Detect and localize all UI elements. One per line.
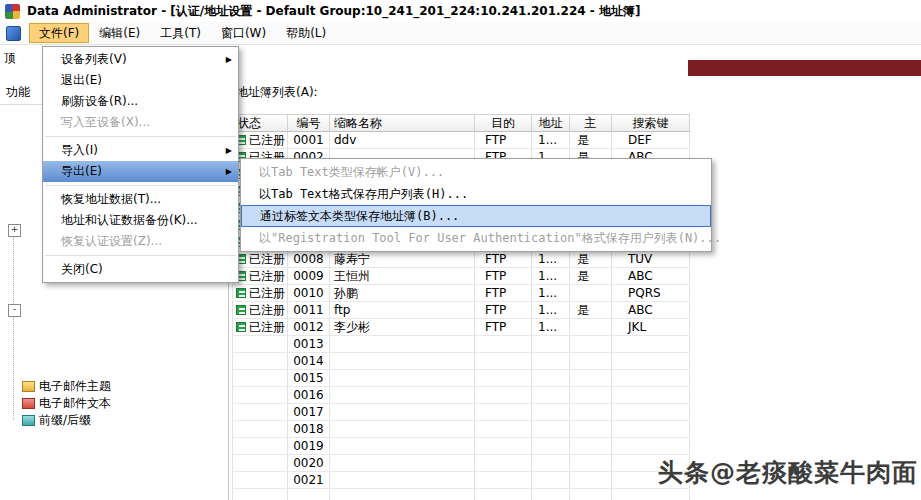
- file-menu-item-0[interactable]: 设备列表(V)▶: [43, 49, 238, 70]
- menu-item-label: 导入(I): [61, 143, 98, 157]
- toolbar-partial-button[interactable]: 顶: [4, 50, 16, 67]
- menu-item-label: 恢复地址数据(T)...: [61, 192, 161, 206]
- submenu-arrow-icon: ▶: [226, 49, 232, 70]
- table-row[interactable]: 0019: [232, 438, 691, 455]
- table-row[interactable]: 已注册0012李少彬FTP1...JKL: [232, 319, 691, 336]
- table-row[interactable]: 0016: [232, 387, 691, 404]
- registered-icon: [236, 288, 246, 298]
- cell-addr: [532, 472, 570, 489]
- cell-addr: [532, 353, 570, 370]
- app-icon: [5, 4, 20, 19]
- table-row[interactable]: 已注册0001ddvFTP1...是DEF: [232, 132, 691, 149]
- export-submenu-item-2[interactable]: 通过标签文本类型保存地址簿(B)...: [241, 205, 711, 227]
- cell-addr: [532, 489, 570, 500]
- cell-key: DEF: [612, 132, 690, 149]
- menubar-item-1[interactable]: 编辑(E): [89, 23, 150, 43]
- file-menu-item-5[interactable]: 导入(I)▶: [43, 140, 238, 161]
- cell-name: 孙鹏: [330, 285, 475, 302]
- menu-item-label: 写入至设备(X)...: [61, 115, 150, 129]
- cell-name: [330, 353, 475, 370]
- mail-subject-icon: [22, 381, 35, 392]
- col-header-0[interactable]: 状态: [232, 114, 288, 132]
- cell-name: [330, 387, 475, 404]
- cell-main: [570, 370, 612, 387]
- table-row[interactable]: 0015: [232, 370, 691, 387]
- cell-status: [232, 336, 288, 353]
- file-menu-item-2[interactable]: 刷新设备(R)...: [43, 91, 238, 112]
- table-row[interactable]: 0021: [232, 472, 691, 489]
- menu-bar: 文件(F)编辑(E)工具(T)窗口(W)帮助(L): [0, 22, 921, 45]
- export-submenu-item-3: 以"Registration Tool For User Authenticat…: [241, 227, 711, 249]
- col-header-3[interactable]: 目的: [475, 114, 532, 132]
- file-menu-item-8[interactable]: 恢复地址数据(T)...: [43, 189, 238, 210]
- tree-item-0[interactable]: 电子邮件主题: [22, 378, 111, 395]
- table-row[interactable]: 已注册0011ftpFTP1...是ABC: [232, 302, 691, 319]
- table-row[interactable]: 已注册0009王恒州FTP1...是ABC: [232, 268, 691, 285]
- cell-dest: [475, 489, 532, 500]
- export-submenu-items: 以Tab Text类型保存帐户(V)...以Tab Text格式保存用户列表(H…: [241, 161, 711, 249]
- cell-dest: [475, 353, 532, 370]
- cell-key: [612, 370, 690, 387]
- cell-addr: 1...: [532, 251, 570, 268]
- col-header-2[interactable]: 缩略名称: [330, 114, 475, 132]
- cell-no: 0016: [288, 387, 330, 404]
- menubar-item-4[interactable]: 帮助(L): [276, 23, 336, 43]
- cell-no: 0008: [288, 251, 330, 268]
- col-header-4[interactable]: 地址: [532, 114, 570, 132]
- cell-addr: [532, 438, 570, 455]
- cell-addr: 1...: [532, 268, 570, 285]
- window-title: Data Administrator - [认证/地址设置 - Default …: [27, 3, 640, 20]
- tree-expander-minus-icon[interactable]: -: [8, 304, 21, 317]
- col-header-6[interactable]: 搜索键: [612, 114, 690, 132]
- cell-main: [570, 336, 612, 353]
- table-row[interactable]: 0018: [232, 421, 691, 438]
- file-menu-item-12[interactable]: 关闭(C): [43, 259, 238, 280]
- tree-item-2[interactable]: 前缀/后缀: [22, 412, 111, 429]
- cell-dest: [475, 387, 532, 404]
- col-header-1[interactable]: 编号: [288, 114, 330, 132]
- col-header-5[interactable]: 主: [570, 114, 612, 132]
- table-row[interactable]: [232, 489, 691, 500]
- menu-item-label: 恢复认证设置(Z)...: [61, 234, 162, 248]
- cell-no: 0019: [288, 438, 330, 455]
- cell-name: 藤寿宁: [330, 251, 475, 268]
- registered-icon: [236, 305, 246, 315]
- cell-dest: FTP: [475, 268, 532, 285]
- file-menu-item-1[interactable]: 退出(E): [43, 70, 238, 91]
- cell-status: 已注册: [232, 302, 288, 319]
- title-bar: Data Administrator - [认证/地址设置 - Default …: [0, 0, 921, 23]
- file-menu-item-6[interactable]: 导出(E)▶: [43, 161, 238, 182]
- tree-item-1[interactable]: 电子邮件文本: [22, 395, 111, 412]
- tree-expander-plus-icon[interactable]: +: [8, 224, 21, 237]
- functions-panel-title: 功能: [6, 84, 30, 101]
- table-row[interactable]: 0020: [232, 455, 691, 472]
- cell-no: [288, 489, 330, 500]
- cell-addr: [532, 336, 570, 353]
- cell-main: 是: [570, 268, 612, 285]
- menubar-item-3[interactable]: 窗口(W): [211, 23, 276, 43]
- menubar-item-0[interactable]: 文件(F): [29, 23, 89, 43]
- export-submenu-item-1[interactable]: 以Tab Text格式保存用户列表(H)...: [241, 183, 711, 205]
- table-row[interactable]: 已注册0008藤寿宁FTP1...是TUV: [232, 251, 691, 268]
- table-row[interactable]: 0014: [232, 353, 691, 370]
- cell-status: 已注册: [232, 285, 288, 302]
- cell-no: 0018: [288, 421, 330, 438]
- menubar-item-2[interactable]: 工具(T): [150, 23, 211, 43]
- table-row[interactable]: 0017: [232, 404, 691, 421]
- file-menu-dropdown: 设备列表(V)▶退出(E)刷新设备(R)...写入至设备(X)...导入(I)▶…: [42, 46, 239, 283]
- table-row[interactable]: 0013: [232, 336, 691, 353]
- file-menu-item-3: 写入至设备(X)...: [43, 112, 238, 133]
- cell-dest: [475, 404, 532, 421]
- table-row[interactable]: 已注册0010孙鹏FTP1...PQRS: [232, 285, 691, 302]
- maroon-banner: [688, 60, 921, 76]
- cell-status: [232, 489, 288, 500]
- menu-item-label: 关闭(C): [61, 262, 103, 276]
- cell-key: ABC: [612, 268, 690, 285]
- cell-name: [330, 489, 475, 500]
- cell-main: [570, 421, 612, 438]
- mail-text-icon: [22, 398, 35, 409]
- cell-no: 0013: [288, 336, 330, 353]
- file-menu-item-9[interactable]: 地址和认证数据备份(K)...: [43, 210, 238, 231]
- cell-addr: [532, 370, 570, 387]
- cell-key: [612, 353, 690, 370]
